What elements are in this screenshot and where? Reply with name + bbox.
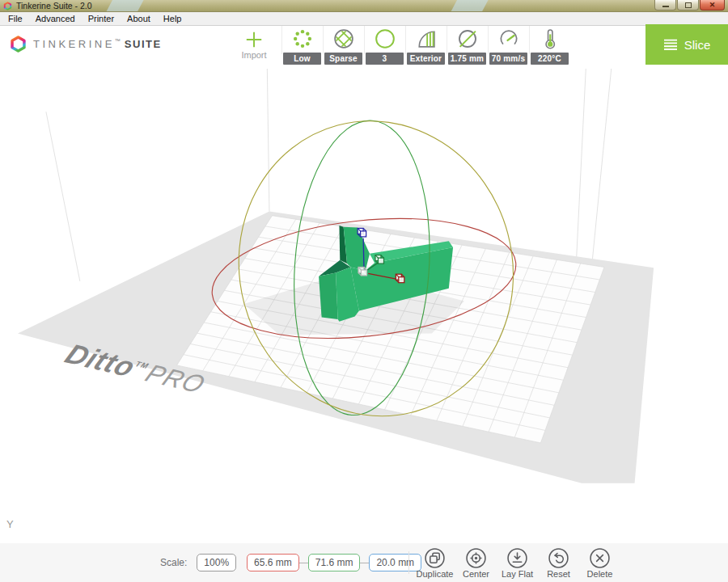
bottom-toolbar: Scale: 100% 65.6 mm71.6 mm20.0 mm Duplic… [0, 543, 728, 582]
reset-label: Reset [538, 569, 579, 579]
circle-outline-icon [364, 27, 405, 50]
setting-shells-value: 3 [366, 53, 404, 65]
setting-infill[interactable]: Sparse [323, 27, 364, 65]
arrow-down-flat-icon [497, 547, 538, 569]
speed-gauge-icon [488, 27, 529, 50]
tinkerine-hexagon-icon [10, 36, 27, 53]
delete-button[interactable]: Delete [579, 547, 620, 579]
slice-label: Slice [684, 38, 711, 52]
lay-flat-button[interactable]: Lay Flat [497, 547, 538, 579]
model-actions: Duplicate Center Lay Flat Reset Delete [414, 547, 620, 579]
brand-tm: ™ [115, 38, 121, 44]
app-logo: TINKERINE ™ SUITE [10, 36, 162, 53]
tinkerine-suite-window: { "window": { "title": "Tinkerine Suite … [0, 0, 728, 582]
setting-speed-value: 70 mm/s [489, 53, 527, 65]
gizmo-handle-green[interactable] [375, 255, 383, 264]
setting-infill-value: Sparse [324, 53, 362, 65]
scale-label: Scale: [160, 557, 187, 568]
duplicate-label: Duplicate [414, 569, 455, 579]
dimension-x-input[interactable]: 65.6 mm [247, 554, 299, 571]
reset-button[interactable]: Reset [538, 547, 579, 579]
gizmo-handle-blue[interactable] [358, 228, 366, 236]
duplicate-button[interactable]: Duplicate [414, 547, 455, 579]
undo-icon [538, 547, 579, 569]
dimension-y-input[interactable]: 71.6 mm [308, 554, 361, 571]
menu-item-help[interactable]: Help [157, 12, 188, 25]
maximize-icon [685, 2, 692, 8]
brand-name: TINKERINE [33, 38, 115, 50]
delete-label: Delete [579, 569, 620, 579]
import-button[interactable]: Import [235, 27, 273, 60]
gizmo-handle-red[interactable] [396, 274, 404, 282]
plus-icon [243, 29, 265, 50]
center-label: Center [455, 569, 497, 579]
menu-item-file[interactable]: File [2, 12, 29, 25]
dim-connector [299, 563, 308, 563]
crosshatch-circle-icon [323, 27, 364, 50]
maximize-button[interactable] [677, 0, 699, 11]
exterior-shell-icon [405, 27, 447, 50]
dim-connector [360, 563, 369, 563]
diameter-icon [447, 27, 488, 50]
setting-filament[interactable]: 1.75 mm [447, 27, 488, 65]
menu-item-printer[interactable]: Printer [82, 12, 121, 25]
minimize-button[interactable] [654, 0, 676, 11]
setting-surface[interactable]: Exterior [405, 27, 447, 65]
scene-canvas[interactable]: DittoTMPRO [0, 69, 728, 543]
menubar: FileAdvancedPrinterAboutHelp [0, 12, 728, 26]
window-title: Tinkerine Suite - 2.0 [16, 1, 654, 11]
setting-surface-value: Exterior [407, 53, 445, 65]
bottom-divider [408, 551, 409, 574]
layers-icon [663, 39, 678, 51]
slice-button[interactable]: Slice [645, 24, 728, 65]
gizmo-handle-silver[interactable] [358, 267, 366, 275]
setting-shells[interactable]: 3 [364, 27, 405, 65]
titlebar[interactable]: Tinkerine Suite - 2.0 ✕ [0, 0, 728, 12]
setting-quality[interactable]: Low [281, 27, 323, 65]
build-volume-edge [46, 112, 80, 281]
build-volume-edge [591, 69, 611, 268]
print-settings: Low Sparse 3 Exterior 1.75 mm 70 mm/s 22… [281, 27, 570, 65]
gizmo-axis-line [363, 238, 364, 270]
import-label: Import [235, 50, 273, 60]
close-button[interactable]: ✕ [700, 0, 725, 11]
setting-temperature-value: 220°C [531, 53, 569, 65]
setting-filament-value: 1.75 mm [448, 53, 486, 65]
lay-flat-label: Lay Flat [497, 569, 538, 579]
scale-percent-input[interactable]: 100% [197, 554, 236, 571]
menu-item-advanced[interactable]: Advanced [29, 12, 82, 25]
dotted-circle-icon [281, 27, 323, 50]
scale-controls: Scale: 100% 65.6 mm71.6 mm20.0 mm [160, 543, 421, 582]
menu-item-about[interactable]: About [121, 12, 157, 25]
toolbar: TINKERINE ™ SUITE Import Low Sparse 3 Ex… [0, 26, 728, 69]
viewport-3d[interactable]: DittoTMPRO Y [0, 69, 728, 543]
app-icon [3, 2, 12, 11]
close-icon: ✕ [709, 1, 716, 9]
setting-speed[interactable]: 70 mm/s [488, 27, 529, 65]
setting-temperature[interactable]: 220°C [529, 27, 570, 65]
brand-suffix: SUITE [125, 38, 162, 50]
setting-quality-value: Low [283, 53, 321, 65]
thermometer-icon [529, 27, 570, 50]
axis-y-label: Y [6, 518, 14, 530]
target-icon [455, 547, 497, 569]
build-volume-edge [267, 69, 269, 211]
center-button[interactable]: Center [455, 547, 497, 579]
minimize-icon [662, 6, 669, 7]
x-circle-icon [579, 547, 620, 569]
duplicate-icon [414, 547, 455, 569]
